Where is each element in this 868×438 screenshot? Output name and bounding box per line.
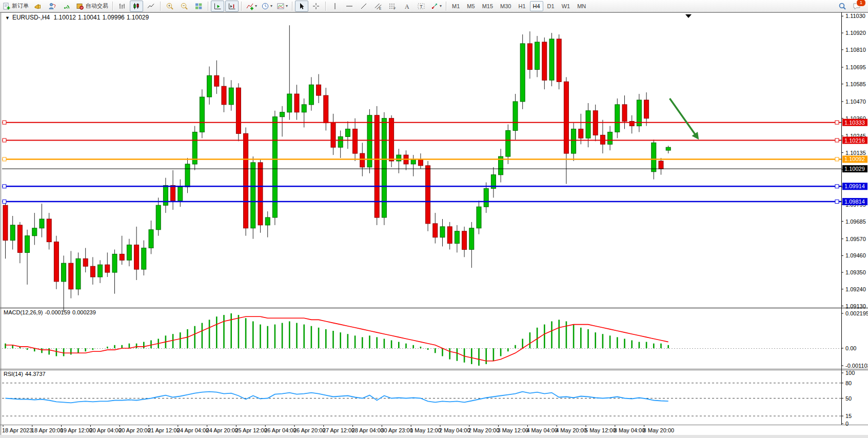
candle-body bbox=[455, 231, 459, 244]
time-tick-label: 28 Apr 04:00 bbox=[352, 427, 384, 433]
candle-body bbox=[345, 129, 350, 137]
time-tick-label: 3 May 12:00 bbox=[498, 427, 529, 433]
svg-text:15: 15 bbox=[845, 413, 852, 419]
symbol-timeframe-label: EURUSD-,H4 bbox=[12, 14, 50, 21]
candle-body bbox=[134, 245, 139, 270]
candle-body bbox=[149, 230, 153, 248]
line-handle bbox=[835, 157, 839, 161]
candle-body bbox=[615, 105, 620, 132]
chart-canvas[interactable]: 1.110301.109201.108101.106951.105851.104… bbox=[0, 0, 868, 438]
time-tick-label: 18 Apr 2023 bbox=[2, 427, 32, 433]
line-handle bbox=[835, 185, 839, 188]
candle-body bbox=[302, 105, 306, 112]
candle-body bbox=[244, 133, 248, 228]
candle-body bbox=[447, 227, 452, 244]
horizontal-scrollbar[interactable] bbox=[0, 435, 868, 438]
candle-body bbox=[586, 111, 590, 138]
candle-body bbox=[433, 224, 438, 237]
price-line-badge: 1.09914 bbox=[842, 183, 867, 190]
line-handle bbox=[3, 157, 6, 161]
time-tick-label: 20 Apr 20:00 bbox=[119, 427, 150, 433]
time-tick-label: 18 Apr 20:00 bbox=[31, 427, 63, 433]
price-tick-label: 1.09350 bbox=[845, 269, 866, 275]
candle-body bbox=[229, 88, 233, 105]
candle-body bbox=[287, 94, 292, 112]
candle-body bbox=[40, 219, 44, 228]
candle-body bbox=[353, 129, 358, 154]
svg-text:1.10216: 1.10216 bbox=[844, 137, 865, 144]
line-handle bbox=[835, 138, 839, 142]
macd-indicator-label: MACD(12,26,9)-0.0001590.000239 bbox=[4, 309, 98, 315]
candle-body bbox=[76, 258, 81, 289]
candle-body bbox=[557, 39, 561, 82]
candle-body bbox=[579, 129, 583, 138]
candle-body bbox=[440, 227, 445, 237]
time-tick-label: 19 Apr 12:00 bbox=[61, 427, 92, 433]
svg-text:-0.001103: -0.001103 bbox=[845, 363, 868, 369]
close-value: 1.10029 bbox=[127, 14, 149, 21]
low-value: 1.09996 bbox=[102, 14, 124, 21]
candle-body bbox=[652, 143, 656, 172]
candle-body bbox=[331, 123, 336, 148]
candle-body bbox=[280, 112, 285, 117]
candle-body bbox=[600, 135, 605, 144]
svg-text:80: 80 bbox=[845, 380, 852, 386]
price-tick-label: 1.10695 bbox=[845, 64, 866, 70]
time-tick-label: 25 Apr 12:00 bbox=[235, 427, 267, 433]
candle-body bbox=[564, 82, 568, 153]
candle-body bbox=[265, 217, 270, 225]
candle-body bbox=[127, 245, 131, 261]
candle-body bbox=[32, 228, 37, 236]
time-tick-label: 2 May 20:00 bbox=[468, 427, 500, 433]
line-handle bbox=[3, 121, 6, 124]
candle-body bbox=[112, 254, 117, 272]
candle-body bbox=[622, 105, 627, 122]
candle-body bbox=[382, 118, 386, 217]
svg-text:1.10092: 1.10092 bbox=[844, 156, 865, 162]
price-tick-label: 1.09240 bbox=[845, 286, 866, 292]
price-tick-label: 1.10470 bbox=[845, 98, 866, 105]
price-tick-label: 1.11030 bbox=[845, 13, 865, 19]
high-value: 1.10041 bbox=[78, 14, 100, 21]
svg-text:50: 50 bbox=[845, 395, 852, 402]
candle-body bbox=[477, 207, 481, 228]
candle-body bbox=[411, 160, 416, 164]
candle-body bbox=[17, 225, 22, 253]
price-line-badge: 1.10333 bbox=[842, 119, 867, 126]
price-line-badge: 1.10029 bbox=[842, 165, 867, 172]
macd-signal-value: 0.000239 bbox=[72, 309, 96, 315]
candle-body bbox=[418, 160, 423, 166]
price-line-badge: 1.10092 bbox=[842, 155, 867, 163]
line-handle bbox=[835, 121, 839, 124]
time-tick-label: 21 Apr 12:00 bbox=[148, 427, 180, 433]
candle-body bbox=[207, 75, 212, 97]
candle-body bbox=[608, 132, 613, 145]
svg-text:1.09914: 1.09914 bbox=[844, 183, 865, 189]
candle-body bbox=[426, 166, 430, 224]
svg-text:1.10333: 1.10333 bbox=[844, 120, 865, 126]
candle-body bbox=[69, 263, 73, 289]
candle-body bbox=[644, 100, 649, 118]
candle-body bbox=[360, 153, 365, 167]
candle-body bbox=[105, 265, 110, 272]
svg-text:1.09814: 1.09814 bbox=[844, 198, 865, 205]
svg-text:100: 100 bbox=[845, 370, 855, 376]
time-tick-label: 24 Apr 20:00 bbox=[206, 427, 238, 433]
line-handle bbox=[3, 200, 6, 204]
rsi-indicator-label: RSI(14)44.3737 bbox=[4, 371, 48, 377]
rsi-value: 44.3737 bbox=[25, 371, 46, 377]
price-tick-label: 1.09685 bbox=[845, 218, 866, 225]
candle-body bbox=[236, 88, 241, 133]
time-tick-label: 30 Apr 23:00 bbox=[381, 427, 412, 433]
candle-body bbox=[47, 219, 51, 242]
candle-body bbox=[520, 44, 525, 102]
collapse-triangle-icon[interactable]: ▼ bbox=[5, 15, 10, 21]
price-line-badge: 1.09814 bbox=[842, 198, 867, 205]
candle-body bbox=[10, 225, 15, 241]
line-handle bbox=[835, 200, 839, 204]
candle-body bbox=[25, 236, 30, 253]
price-tick-label: 1.10135 bbox=[845, 150, 866, 156]
candle-body bbox=[294, 94, 299, 112]
candle-body bbox=[3, 205, 8, 240]
price-tick-label: 1.10920 bbox=[845, 30, 866, 36]
